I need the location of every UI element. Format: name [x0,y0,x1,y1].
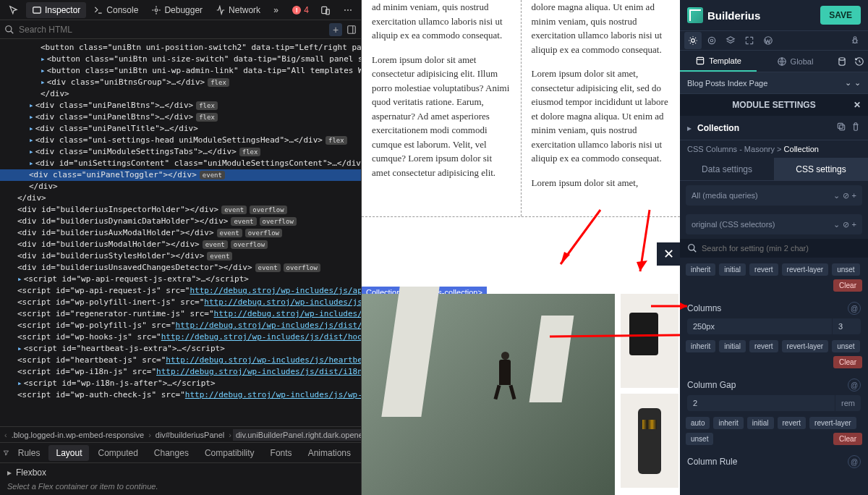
btab-rules[interactable]: Rules [11,445,48,461]
gap-value-input[interactable] [687,395,835,411]
tree-node[interactable]: ▸<button class="uniBtn uni-size-switch" … [0,54,361,65]
scope-template[interactable]: Template [680,51,757,72]
btab-animations[interactable]: Animations [301,445,358,461]
btab-compatibility[interactable]: Compatibility [197,445,262,461]
funnel-icon[interactable] [3,448,9,458]
add-element-button[interactable]: + [329,23,342,36]
chevron-right-icon[interactable]: ▸ [687,123,692,133]
sidebar-toggle-icon[interactable] [346,25,357,35]
crumb[interactable]: div#builderiusPanel [153,429,227,441]
btab-changes[interactable]: Changes [147,445,196,461]
plus-icon[interactable]: + [852,191,856,200]
tree-node[interactable]: ▸<div id="uniSettingsContent" class="uni… [0,158,361,169]
crumb-chevron-left[interactable]: ‹ [3,431,9,439]
kw-unset[interactable]: unset [686,433,713,445]
at-icon[interactable]: @ [848,455,861,468]
tab-inspector[interactable]: Inspector [26,2,86,18]
target-icon[interactable] [703,32,720,49]
tree-node[interactable]: <div id="builderiusModalHolder"></div>ev… [0,239,361,250]
kw-revert[interactable]: revert [778,417,807,429]
tree-node[interactable]: <div id="builderiusAuxModalHolder"></div… [0,227,361,239]
tree-node[interactable]: <button class="uniBtn uni-position-switc… [0,42,361,54]
tree-node[interactable]: ▸<div class="uniPanelBtns">…</div>flex [0,111,361,123]
tree-node-selected[interactable]: <div class="uniPanelToggler"></div>event [0,169,361,181]
dom-tree[interactable]: <button class="uniBtn uni-position-switc… [0,39,361,426]
tab-network[interactable]: Network [210,2,266,18]
tab-css-settings[interactable]: CSS settings [774,158,868,180]
tree-node[interactable]: ▸<div class="uniBtnsGroup">…</div>flex [0,77,361,88]
expand-icon[interactable] [741,32,758,49]
tab-overflow[interactable]: » [268,2,284,18]
kw-initial[interactable]: initial [719,263,746,276]
clear-button[interactable]: Clear [833,279,862,292]
kw-revert[interactable]: revert [749,340,778,352]
tree-node[interactable]: <script id="wp-hooks-js" src="http://deb… [0,331,361,343]
clear-button[interactable]: Clear [833,433,862,445]
kw-inherit[interactable]: inherit [686,340,715,352]
kw-inherit[interactable]: inherit [713,417,743,429]
preview-close-button[interactable]: ✕ [657,242,680,266]
tab-debugger[interactable]: Debugger [145,2,208,18]
btab-layout[interactable]: Layout [48,445,89,461]
columns-width-input[interactable] [687,318,832,334]
tab-console[interactable]: Console [88,2,144,18]
node-picker-icon[interactable] [3,2,25,18]
bug-icon[interactable] [846,32,864,49]
tree-node[interactable]: </div> [0,88,361,100]
kw-unset[interactable]: unset [832,340,859,352]
kw-unset[interactable]: unset [832,263,859,276]
btab-fonts[interactable]: Fonts [263,445,299,461]
tree-node[interactable]: </div> [0,192,361,204]
database-icon[interactable] [833,51,851,72]
chevron-down-icon[interactable]: ⌄ [845,78,851,88]
tree-node[interactable]: </div> [0,181,361,192]
sun-icon[interactable] [684,32,702,49]
setting-search-input[interactable] [702,244,861,253]
kw-revert[interactable]: revert [749,263,778,276]
kw-auto[interactable]: auto [686,417,710,429]
tree-node[interactable]: <div id="builderiusDynamicDataHolder"></… [0,216,361,227]
tree-node[interactable]: ▸<div class="uni-settings-head uniModule… [0,135,361,146]
at-icon[interactable]: @ [848,378,861,392]
more-icon[interactable]: ⋯ [338,2,358,18]
tree-node[interactable]: <script id="wp-polyfill-js" src="http://… [0,320,361,331]
selector-select[interactable]: original (CSS selectors) ⌄⊘+ [686,214,862,234]
clear-button[interactable]: Clear [833,356,862,368]
tree-node[interactable]: <script id="wp-api-request-js" src="http… [0,285,361,297]
history-icon[interactable] [851,51,868,72]
layers-icon[interactable] [722,32,739,49]
tree-node[interactable]: <script id="regenerator-runtime-js" src=… [0,308,361,320]
copy-icon[interactable] [836,122,846,134]
tree-node[interactable]: <div id="builderiusInspectorHolder"></di… [0,204,361,216]
tree-node[interactable]: <script id="wp-auth-check-js" src="http:… [0,389,361,401]
error-count[interactable]: !4 [288,5,313,15]
wordpress-icon[interactable] [760,32,777,49]
kw-inherit[interactable]: inherit [686,263,715,276]
tree-node[interactable]: <script id="wp-polyfill-inert-js" src="h… [0,297,361,308]
tree-node[interactable]: <script id="heartbeat-js" src="http://de… [0,355,361,366]
tree-node[interactable]: ▸<script id="heartbeat-js-extra">…</scri… [0,343,361,355]
kw-revert-layer[interactable]: revert-layer [782,340,829,352]
null-icon[interactable]: ⊘ [843,220,849,229]
btab-computed[interactable]: Computed [90,445,145,461]
tree-node[interactable]: ▸<div class="uniModuleSettingsTabs">…</d… [0,146,361,158]
tree-node[interactable]: ▸<div class="uniPanelBtns">…</div>flex [0,100,361,111]
null-icon[interactable]: ⊘ [843,191,849,200]
kw-revert-layer[interactable]: revert-layer [809,417,856,429]
gap-unit-select[interactable]: rem [835,395,861,411]
save-button[interactable]: SAVE [820,6,861,25]
tree-node[interactable]: ▸<script id="wp-i18n-js-after">…</script… [0,378,361,389]
close-icon[interactable]: ✕ [851,98,864,111]
kw-initial[interactable]: initial [719,340,746,352]
crumb-active[interactable]: div.uniBuilderPanel.right.dark.opened [233,429,361,441]
columns-count-input[interactable] [832,318,861,334]
kw-revert-layer[interactable]: revert-layer [782,263,829,276]
media-query-select[interactable]: All (media queries) ⌄⊘+ [686,185,862,206]
tree-node[interactable]: ▸<div class="uniPanelTitle">…</div> [0,123,361,135]
kw-initial[interactable]: initial [747,417,774,429]
crumb[interactable]: .blog.logged-in.wp-embed-responsive [9,429,147,441]
tree-node[interactable]: <div id="builderiusUnsavedChangesDetecto… [0,262,361,274]
plus-icon[interactable]: + [852,220,856,229]
responsive-icon[interactable] [315,2,336,18]
tree-node[interactable]: <script id="wp-i18n-js" src="http://debu… [0,366,361,378]
